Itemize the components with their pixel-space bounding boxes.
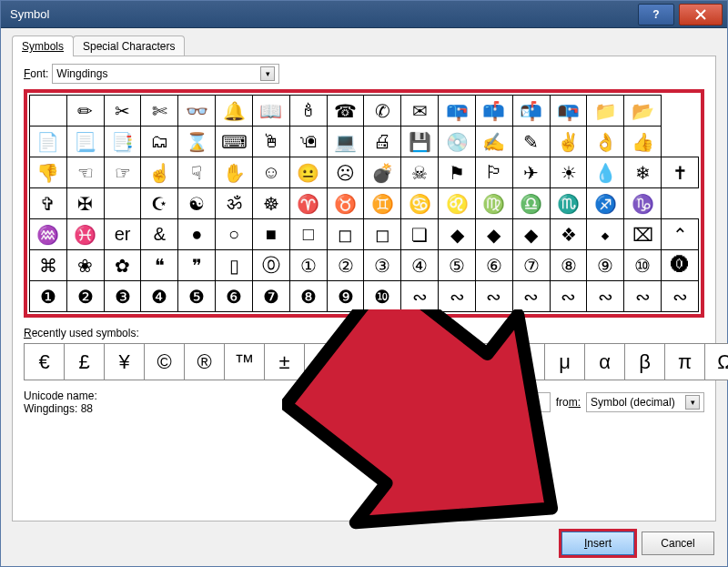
recent-symbol-cell[interactable]: £	[65, 344, 105, 380]
cancel-button[interactable]: Cancel	[642, 532, 714, 555]
symbol-cell[interactable]: 💿	[439, 127, 476, 157]
symbol-cell[interactable]: ◻	[364, 219, 401, 250]
symbol-cell[interactable]: ❻	[216, 281, 253, 312]
symbol-cell[interactable]: 🕯	[289, 96, 327, 127]
symbol-cell[interactable]: ♋	[401, 188, 439, 219]
chevron-down-icon[interactable]: ▾	[260, 66, 275, 81]
symbol-cell[interactable]: ☹	[327, 157, 364, 188]
symbol-cell[interactable]: &	[141, 219, 178, 250]
symbol-cell[interactable]: ⑥	[475, 250, 512, 281]
symbol-cell[interactable]: ∾	[550, 281, 587, 312]
symbol-cell[interactable]: ♊	[364, 188, 401, 219]
symbol-cell[interactable]: ⑨	[587, 250, 624, 281]
tab-special-characters[interactable]: Special Characters	[73, 35, 185, 56]
symbol-cell[interactable]: ♐	[587, 188, 624, 219]
symbol-cell[interactable]: ⑩	[624, 250, 662, 281]
symbol-cell[interactable]: ✍	[475, 127, 512, 157]
symbol-cell[interactable]: ∾	[401, 281, 439, 312]
symbol-cell[interactable]: 💧	[587, 157, 624, 188]
symbol-cell[interactable]: 📪	[439, 96, 476, 127]
font-select[interactable]: Wingdings ▾	[52, 64, 279, 84]
symbol-cell[interactable]: ❝	[141, 250, 178, 281]
symbol-cell[interactable]: er	[104, 219, 141, 250]
symbol-cell[interactable]: ▯	[216, 250, 253, 281]
symbol-cell[interactable]: ⌨	[216, 127, 253, 157]
tab-symbols[interactable]: Symbols	[12, 35, 74, 56]
symbol-cell[interactable]: ❖	[550, 219, 587, 250]
symbol-cell[interactable]: □	[289, 219, 327, 250]
symbol-cell[interactable]: ✈	[512, 157, 550, 188]
recent-symbol-cell[interactable]: Ω	[705, 344, 729, 380]
symbol-cell[interactable]: 📃	[66, 127, 104, 157]
symbol-cell[interactable]: ♑	[624, 188, 662, 219]
symbol-cell[interactable]: ✏	[66, 96, 104, 127]
symbol-cell[interactable]	[30, 96, 67, 127]
symbol-cell[interactable]: ♏	[550, 188, 587, 219]
recent-symbol-cell[interactable]: ×	[465, 344, 505, 380]
symbol-cell[interactable]: 🏳	[475, 157, 512, 188]
symbol-cell[interactable]: ⓪	[252, 250, 289, 281]
symbol-cell[interactable]: ●	[178, 219, 216, 250]
symbol-cell[interactable]: ✝	[662, 157, 699, 188]
symbol-cell[interactable]: 🗂	[141, 127, 178, 157]
symbol-cell[interactable]: ⓿	[662, 250, 699, 281]
symbol-cell[interactable]: ◆	[475, 219, 512, 250]
symbol-cell[interactable]: 👍	[624, 127, 662, 157]
symbol-cell[interactable]: 😐	[289, 157, 327, 188]
symbol-cell[interactable]: ∾	[662, 281, 699, 312]
symbol-cell[interactable]: ✞	[30, 188, 67, 219]
char-code-input[interactable]	[496, 392, 551, 412]
recent-symbol-cell[interactable]: ™	[225, 344, 265, 380]
symbol-cell[interactable]: ⚑	[439, 157, 476, 188]
recent-symbol-cell[interactable]: ÷	[425, 344, 465, 380]
symbol-cell[interactable]: ♒	[30, 219, 67, 250]
symbol-cell[interactable]: ◻	[327, 219, 364, 250]
symbol-cell[interactable]: 💻	[327, 127, 364, 157]
symbol-cell[interactable]: ⬥	[587, 219, 624, 250]
symbol-cell[interactable]: ✿	[104, 250, 141, 281]
symbol-cell[interactable]: ✋	[216, 157, 253, 188]
symbol-cell[interactable]: ○	[216, 219, 253, 250]
symbol-cell[interactable]: ☝	[141, 157, 178, 188]
symbol-cell[interactable]: 📑	[104, 127, 141, 157]
symbol-cell[interactable]: ❺	[178, 281, 216, 312]
symbol-cell[interactable]: ✡	[104, 188, 141, 219]
symbol-cell[interactable]: ④	[401, 250, 439, 281]
symbol-cell[interactable]: ⌧	[624, 219, 662, 250]
symbol-cell[interactable]: ◆	[439, 219, 476, 250]
symbol-cell[interactable]: ♈	[289, 188, 327, 219]
symbol-cell[interactable]: ❶	[30, 281, 67, 312]
symbol-cell[interactable]: ②	[327, 250, 364, 281]
symbol-cell[interactable]: ⑧	[550, 250, 587, 281]
symbol-cell[interactable]: 👓	[178, 96, 216, 127]
recent-symbol-cell[interactable]: ¥	[105, 344, 145, 380]
symbol-cell[interactable]: ❸	[104, 281, 141, 312]
symbol-cell[interactable]: ☸	[252, 188, 289, 219]
recent-symbol-cell[interactable]: ±	[265, 344, 305, 380]
symbol-cell[interactable]: ✆	[364, 96, 401, 127]
symbol-cell[interactable]: ✄	[141, 96, 178, 127]
symbol-cell[interactable]: ☠	[401, 157, 439, 188]
symbol-cell[interactable]: ☪	[141, 188, 178, 219]
symbol-cell[interactable]: ∾	[587, 281, 624, 312]
symbol-cell[interactable]: ∾	[624, 281, 662, 312]
symbol-cell[interactable]: ✉	[401, 96, 439, 127]
symbol-cell[interactable]: ■	[252, 219, 289, 250]
symbol-cell[interactable]: 💣	[364, 157, 401, 188]
symbol-cell[interactable]: ⑦	[512, 250, 550, 281]
symbol-cell[interactable]: ✠	[66, 188, 104, 219]
symbol-cell[interactable]: ❹	[141, 281, 178, 312]
symbol-cell[interactable]: ✌	[550, 127, 587, 157]
recent-symbol-cell[interactable]: ≥	[385, 344, 425, 380]
recent-symbol-cell[interactable]: β	[625, 344, 665, 380]
symbol-cell[interactable]: 📁	[587, 96, 624, 127]
symbol-cell[interactable]: 👎	[30, 157, 67, 188]
symbol-cell[interactable]: ☜	[66, 157, 104, 188]
symbol-cell[interactable]: ☎	[327, 96, 364, 127]
symbol-cell[interactable]: ③	[364, 250, 401, 281]
symbol-cell[interactable]: 📭	[550, 96, 587, 127]
recent-symbol-cell[interactable]: ≤	[345, 344, 385, 380]
symbol-cell[interactable]: ⌘	[30, 250, 67, 281]
symbol-cell[interactable]: ❼	[252, 281, 289, 312]
symbol-cell[interactable]: ♉	[327, 188, 364, 219]
